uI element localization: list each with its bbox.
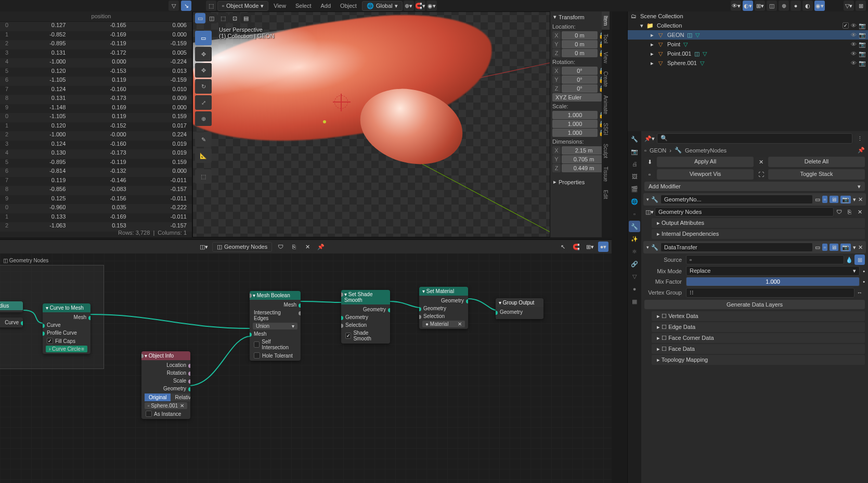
snap-icon[interactable]: 🧲▾ [415,1,425,11]
rotation-mode[interactable]: XYZ Euler [552,93,602,101]
rotation-x[interactable]: 0° [562,67,598,75]
parent-icon[interactable]: ↖ [558,242,568,252]
vertexgroup-input[interactable]: ⁝⁝ [686,288,854,298]
prop-tab-view[interactable]: 🖼 [629,171,640,182]
breadcrumb-object[interactable]: GEON [650,147,666,154]
duplicate-icon[interactable]: ⎘ [289,242,299,252]
shield-icon[interactable]: 🛡 [275,242,286,252]
node-object-info[interactable]: ▾ Object Info Location Rotation Scale Ge… [141,351,190,419]
shading-render-icon[interactable]: ◉▾ [814,1,825,11]
node-mesh-boolean[interactable]: ▾ Mesh Boolean Mesh Intersecting Edges U… [250,291,301,361]
close-icon[interactable]: ✕ [858,244,863,251]
viewport-icon[interactable]: ▫ [644,169,655,180]
eye-icon[interactable]: 👁 [851,50,857,57]
vertex-data-row[interactable]: ▸ ☐ Vertex Data [652,311,865,321]
breadcrumb-modifier[interactable]: GeometryNodes [685,147,727,154]
prop-tab-particles[interactable]: ✨ [629,233,640,245]
camera-icon[interactable]: 📷 [859,41,866,48]
animate-dot-icon[interactable]: • [863,278,865,285]
shade-smooth-checkbox[interactable] [345,333,351,339]
outliner-item[interactable]: ▸ ▽ Point ▽ 👁📷 [628,40,868,49]
edit-mode-icon[interactable]: ▭ [815,196,820,203]
tab-item[interactable]: Item [602,11,610,30]
tab-tissue[interactable]: Tissue [602,162,610,186]
geonodes-modifier-header[interactable]: ▾🔧 GeometryNo... ▭ ▫ 🖥 📷 ▾ ✕ [643,193,866,206]
self-int-checkbox[interactable] [254,341,260,348]
outliner-collection-row[interactable]: ▾ 📁 Collection 👁📷 [628,21,868,30]
datatransfer-name-input[interactable]: DataTransfer [660,243,813,252]
menu-add[interactable]: Add [317,3,335,9]
prop-tab-modifiers[interactable]: 🔧 [629,221,640,232]
eye-icon[interactable]: 👁 [851,32,857,39]
dropdown-icon[interactable]: ▾ [853,244,856,251]
tab-view[interactable]: View [602,48,610,68]
tool-select-box[interactable]: ▭ [195,31,212,45]
fill-caps-checkbox[interactable] [47,338,53,344]
prop-tab-object[interactable]: ▫ [629,208,640,220]
pin-icon[interactable]: 📌 [858,147,865,154]
datatransfer-modifier-header[interactable]: ▾🔧 DataTransfer ▭ ▫ 🖥 📷 ▾ ✕ [643,241,866,253]
table-row[interactable]: 40.130-0.1730.019 [0,149,192,159]
node-set-material[interactable]: ▾ Set Material Geometry Geometry Selecti… [419,287,468,329]
tool-add-cube[interactable]: ⬚ [195,169,212,184]
unlink-icon[interactable]: ✕ [854,207,865,217]
gizmo-toggle-icon[interactable]: ◐▾ [743,1,753,11]
eye-icon[interactable]: 👁 [851,60,857,67]
outliner-item[interactable]: ▸ ▽ Point.001 ◫ ▽ 👁📷 [628,49,868,58]
realtime-icon[interactable]: 🖥 [830,196,838,203]
invert-icon[interactable]: ↔ [854,287,865,298]
edit-mode-icon[interactable]: ▭ [815,244,820,251]
mixfactor-input[interactable]: 1.000 [686,277,860,286]
boolean-mode-dropdown[interactable]: Union▾ [253,323,297,329]
expand-icon[interactable]: ⛶ [756,169,766,180]
outliner-new-icon[interactable]: ⊞ [856,1,866,11]
shading-wire-icon[interactable]: ⊕ [779,1,789,11]
table-row[interactable]: 70.124-0.1600.010 [0,86,192,95]
render-icon[interactable]: 📷 [840,244,851,251]
table-row[interactable]: 10.120-0.1520.017 [0,122,192,132]
overlay-icon[interactable]: ⊞▾ [755,1,765,11]
table-row[interactable]: 30.124-0.1600.019 [0,141,192,150]
tool-transform[interactable]: ⊕ [195,111,212,126]
camera-icon[interactable]: 📷 [859,22,866,29]
dropdown-icon[interactable]: ▾ [853,196,856,203]
tab-create[interactable]: Create [602,67,610,91]
table-row[interactable]: 0-1.1050.1190.159 [0,113,192,122]
pivot-icon[interactable]: ⊕▾ [404,1,414,11]
table-row[interactable]: 00.127-0.1650.006 [0,22,192,31]
nodegroup-icon[interactable]: ◫▾ [644,207,655,217]
tab-ssgi[interactable]: SSGI [602,119,610,139]
eye-icon[interactable]: 👁 [851,22,857,29]
internal-deps-row[interactable]: ▸ Internal Dependencies [652,229,865,239]
topology-mapping-row[interactable]: ▸ Topology Mapping [652,355,865,365]
as-instance-checkbox[interactable] [146,411,152,417]
snap-icon[interactable]: 🧲 [571,242,581,252]
source-input[interactable]: ▫ [686,255,844,264]
dim-z[interactable]: 0.449 m [562,164,606,172]
close-icon[interactable]: ✕ [756,157,766,167]
unlink-icon[interactable]: ✕ [302,242,313,252]
table-row[interactable]: 90.125-0.156-0.011 [0,195,192,205]
rotation-y[interactable]: 0° [562,75,598,84]
options-icon[interactable]: ⋮ [854,133,865,144]
scale-y[interactable]: 1.000 [552,120,598,128]
mixmode-input[interactable]: Replace▾ [686,266,860,276]
menu-select[interactable]: Select [291,3,316,9]
outliner-item[interactable]: ▸ ▽ Sphere.001 ▽ 👁📷 [628,58,868,68]
dim-x[interactable]: 2.15 m [562,146,606,155]
table-row[interactable]: 9-1.1480.1690.000 [0,104,192,113]
nodegroup-input[interactable]: Geometry Nodes [655,207,834,217]
select-mode-1-icon[interactable]: ▭ [195,13,205,23]
tool-rotate[interactable]: ↻ [195,79,212,94]
hole-tol-checkbox[interactable] [254,352,260,359]
display-icon[interactable]: ▫ [822,244,827,251]
menu-view[interactable]: View [269,3,290,9]
editor-type-icon[interactable]: ◫▾ [199,242,209,252]
prop-tab-tool[interactable]: 🔧 [629,133,640,145]
collection-check[interactable] [843,22,849,29]
column-header-position[interactable]: position [10,11,192,21]
node-curve-input[interactable]: Curve [0,317,23,327]
outliner-scene-row[interactable]: 🗂 Scene Collection [628,11,868,21]
edge-data-row[interactable]: ▸ ☐ Edge Data [652,322,865,332]
table-row[interactable]: 4-1.0000.000-0.224 [0,58,192,68]
